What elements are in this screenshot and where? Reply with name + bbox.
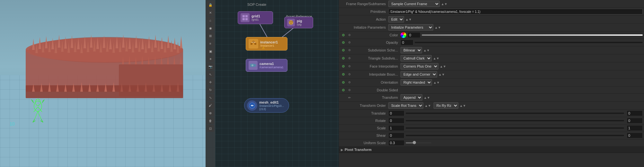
shear-row: Shear bbox=[339, 132, 644, 139]
frame-range-label: Frame Range/Subframes bbox=[340, 2, 388, 6]
vp-icon-eye[interactable]: ◉ bbox=[207, 24, 214, 32]
vp-icon-scale[interactable]: ⤡ bbox=[207, 94, 214, 101]
vp-icon-lock[interactable]: 🔒 bbox=[207, 1, 214, 8]
vp-icon-camera[interactable]: 📷 bbox=[207, 63, 214, 70]
face-interp-arrow[interactable]: ▲▼ bbox=[440, 65, 446, 68]
vp-icon-snap[interactable]: ⊕ bbox=[207, 109, 214, 116]
svg-marker-27 bbox=[180, 36, 182, 48]
node-instancer1[interactable]: instancer1 /instancer1 ⚠ bbox=[246, 37, 287, 51]
tri-sub-select[interactable]: Catmull Clark bbox=[401, 55, 432, 61]
vp-icon-move[interactable]: ✛ bbox=[207, 79, 214, 86]
transform-order-select[interactable]: Scale Rot Trans bbox=[388, 102, 423, 109]
svg-rect-95 bbox=[245, 18, 248, 20]
face-interp-lock[interactable] bbox=[342, 65, 345, 68]
color-swatch[interactable] bbox=[401, 32, 406, 38]
svg-rect-94 bbox=[243, 18, 245, 20]
rotate-slider[interactable] bbox=[406, 120, 624, 121]
action-select[interactable]: Edit bbox=[388, 16, 404, 23]
vp-icon-grid[interactable]: ⊞ bbox=[207, 32, 214, 39]
rotate-row: Rotate bbox=[339, 117, 644, 125]
vp-icon-cube[interactable]: ▣ bbox=[207, 48, 214, 55]
uniform-scale-thumb[interactable] bbox=[413, 141, 416, 144]
interp-boun-lock[interactable] bbox=[342, 73, 345, 76]
double-sided-gear[interactable]: ⚙ bbox=[348, 88, 351, 92]
vp-icon-bottom[interactable]: ⊡ bbox=[207, 125, 214, 132]
vp-icon-select[interactable]: ↖ bbox=[207, 71, 214, 78]
tri-sub-gear[interactable]: ⚙ bbox=[348, 57, 351, 60]
frame-range-arrow[interactable]: ▲▼ bbox=[441, 2, 447, 6]
pivot-transform-label: Pivot Transform bbox=[345, 148, 372, 152]
translate-slider[interactable] bbox=[406, 113, 624, 114]
transform-arrow[interactable]: ▲▼ bbox=[424, 96, 430, 99]
vp-icon-x[interactable]: ✕ bbox=[207, 9, 214, 16]
interp-boun-arrow[interactable]: ▲▼ bbox=[438, 73, 445, 76]
vp-icon-layers[interactable]: ≡ bbox=[207, 40, 214, 47]
tri-sub-lock[interactable] bbox=[342, 57, 345, 60]
node-mesh-edit1[interactable]: mesh_edit1 /instancer1/Pig10... (213) bbox=[244, 98, 289, 113]
vp-icon-paint[interactable]: 🖌 bbox=[207, 102, 214, 109]
translate-z[interactable] bbox=[627, 110, 643, 116]
scale-x[interactable] bbox=[388, 125, 404, 131]
node-camera1[interactable]: camera1 /cameras/camera1 bbox=[246, 59, 287, 72]
node-pig[interactable]: pig /pig bbox=[284, 17, 313, 28]
vp-icon-rotate[interactable]: ↻ bbox=[207, 86, 214, 93]
subdiv-arrow[interactable]: ▲▼ bbox=[423, 49, 430, 52]
color-slider[interactable] bbox=[422, 34, 643, 36]
frame-range-select[interactable]: Sample Current Frame bbox=[388, 1, 440, 7]
shear-z[interactable] bbox=[627, 133, 643, 138]
tri-sub-arrow[interactable]: ▲▼ bbox=[433, 57, 439, 60]
face-interp-select[interactable]: Corners Plus One bbox=[401, 63, 438, 70]
vp-icon-light[interactable]: ☀ bbox=[207, 55, 214, 62]
action-arrow[interactable]: ▲▼ bbox=[405, 18, 412, 21]
rotate-z[interactable] bbox=[627, 118, 643, 124]
uniform-scale-value[interactable] bbox=[388, 140, 404, 146]
vp-icon-home[interactable]: ⌂ bbox=[207, 17, 214, 24]
translate-x[interactable] bbox=[388, 110, 404, 116]
init-params-select[interactable]: Initialize Parameters bbox=[388, 24, 433, 31]
rotate-x[interactable] bbox=[388, 118, 404, 124]
orient-select[interactable]: Right Handed bbox=[401, 79, 432, 86]
scale-slider[interactable] bbox=[406, 127, 624, 129]
color-gear[interactable]: ⚙ bbox=[348, 33, 351, 37]
right-panel: Frame Range/Subframes Sample Current Fra… bbox=[339, 0, 644, 167]
init-params-arrow[interactable]: ▲▼ bbox=[435, 26, 441, 29]
transform-select[interactable]: Append bbox=[401, 94, 422, 101]
interp-boun-gear[interactable]: ⚙ bbox=[348, 73, 351, 76]
double-sided-lock[interactable] bbox=[342, 89, 345, 91]
opacity-lock[interactable] bbox=[342, 41, 345, 44]
spiky-mesh-svg: 10 bbox=[0, 0, 215, 167]
opacity-row: ⚙ Opacity bbox=[339, 39, 644, 46]
shear-slider[interactable] bbox=[406, 135, 624, 136]
primitives-input[interactable] bbox=[388, 9, 643, 14]
subdiv-lock[interactable] bbox=[342, 49, 345, 51]
interp-boun-select[interactable]: Edge and Corner bbox=[401, 71, 437, 78]
opacity-gear[interactable]: ⚙ bbox=[348, 41, 351, 44]
orient-gear[interactable]: ⚙ bbox=[348, 81, 351, 84]
subdiv-select[interactable]: Bilinear bbox=[401, 47, 422, 53]
pivot-transform-section[interactable]: ▶ Pivot Transform bbox=[339, 147, 644, 153]
node-grid1[interactable]: grid1 /grid1 bbox=[238, 11, 273, 24]
svg-marker-4 bbox=[32, 39, 35, 50]
viewport-toolbar: 🔒 ✕ ⌂ ◉ ⊞ ≡ ▣ ☀ 📷 ↖ ✛ ↻ ⤡ 🖌 ⊕ 🗑 ⊡ bbox=[206, 0, 215, 167]
uniform-scale-slider[interactable] bbox=[406, 142, 431, 144]
rot-order-arrow[interactable]: ▲▼ bbox=[460, 104, 466, 107]
color-lock[interactable] bbox=[342, 34, 345, 36]
transform-row: ✏ Transform Append ▲▼ bbox=[339, 94, 644, 102]
color-value[interactable] bbox=[408, 32, 420, 38]
opacity-slider[interactable] bbox=[415, 42, 643, 43]
opacity-value[interactable] bbox=[401, 40, 413, 45]
orient-arrow[interactable]: ▲▼ bbox=[433, 81, 440, 84]
node-editor: SOP Create Asset Reference grid1 /grid1 … bbox=[215, 0, 339, 167]
shear-x[interactable] bbox=[388, 133, 404, 138]
transform-order-arrow[interactable]: ▲▼ bbox=[425, 104, 431, 107]
rot-order-select[interactable]: Rx Ry Rz bbox=[434, 102, 458, 109]
subdiv-gear[interactable]: ⚙ bbox=[348, 49, 351, 52]
scale-z[interactable] bbox=[627, 125, 643, 131]
orient-lock[interactable] bbox=[342, 81, 345, 84]
transform-pencil: ✏ bbox=[348, 96, 351, 99]
viewport[interactable]: 10 🔒 ✕ ⌂ ◉ ⊞ ≡ ▣ ☀ 📷 ↖ ✛ ↻ ⤡ 🖌 ⊕ 🗑 ⊡ bbox=[0, 0, 215, 167]
vp-icon-delete[interactable]: 🗑 bbox=[207, 117, 214, 124]
svg-marker-105 bbox=[255, 64, 256, 67]
face-interp-gear[interactable]: ⚙ bbox=[348, 65, 351, 68]
init-params-row: Initialize Parameters Initialize Paramet… bbox=[339, 23, 644, 32]
